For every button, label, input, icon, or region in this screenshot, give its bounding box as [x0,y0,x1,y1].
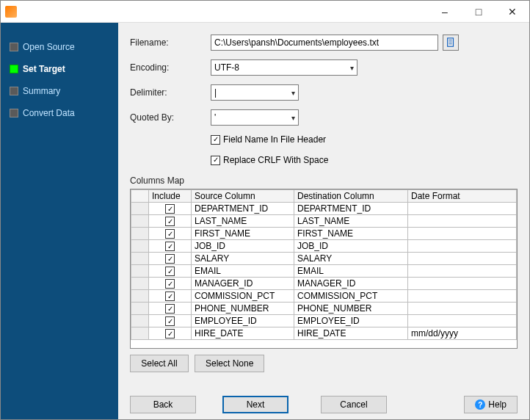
sidebar-item-open-source[interactable]: Open Source [1,36,118,58]
cell-source[interactable]: MANAGER_ID [192,278,294,290]
cell-dest[interactable]: MANAGER_ID [294,278,408,290]
header-date[interactable]: Date Format [408,190,517,203]
row-handle[interactable] [131,290,149,303]
cell-source[interactable]: SALARY [192,253,294,265]
row-handle[interactable] [131,303,149,315]
include-checkbox[interactable] [165,254,175,264]
cell-dest[interactable]: EMPLOYEE_ID [294,315,408,327]
cell-include[interactable] [149,290,192,303]
row-handle[interactable] [131,203,149,215]
table-row[interactable]: JOB_IDJOB_ID [131,240,517,253]
sidebar-item-summary[interactable]: Summary [1,80,118,102]
include-checkbox[interactable] [165,204,175,214]
row-handle[interactable] [131,228,149,240]
table-row[interactable]: MANAGER_IDMANAGER_ID [131,278,517,290]
cell-date[interactable] [408,253,517,265]
replace-crlf-checkbox[interactable] [211,156,220,165]
cell-include[interactable] [149,253,192,265]
table-row[interactable]: LAST_NAMELAST_NAME [131,215,517,228]
help-button[interactable]: ? Help [464,396,518,413]
cell-include[interactable] [149,228,192,240]
delimiter-select[interactable]: | ▾ [211,84,299,101]
header-include[interactable]: Include [149,190,192,203]
cell-date[interactable] [408,240,517,253]
cell-dest[interactable]: DEPARTMENT_ID [294,203,408,215]
cell-source[interactable]: LAST_NAME [192,215,294,228]
table-row[interactable]: EMAILEMAIL [131,265,517,278]
include-checkbox[interactable] [165,217,175,226]
cell-include[interactable] [149,240,192,253]
cell-include[interactable] [149,265,192,278]
cell-source[interactable]: EMAIL [192,265,294,278]
include-checkbox[interactable] [165,242,175,251]
cell-date[interactable]: mm/dd/yyyy [408,327,517,340]
include-checkbox[interactable] [165,304,175,314]
cell-dest[interactable]: HIRE_DATE [294,327,408,340]
cell-dest[interactable]: LAST_NAME [294,215,408,228]
cell-source[interactable]: COMMISSION_PCT [192,290,294,303]
cell-source[interactable]: EMPLOYEE_ID [192,315,294,327]
filename-input[interactable] [211,35,438,51]
cell-include[interactable] [149,327,192,340]
cell-source[interactable]: JOB_ID [192,240,294,253]
cell-date[interactable] [408,215,517,228]
cell-include[interactable] [149,203,192,215]
include-checkbox[interactable] [165,267,175,276]
row-handle[interactable] [131,215,149,228]
row-handle[interactable] [131,253,149,265]
row-handle[interactable] [131,315,149,327]
table-row[interactable]: EMPLOYEE_IDEMPLOYEE_ID [131,315,517,327]
table-row[interactable]: SALARYSALARY [131,253,517,265]
sidebar-item-set-target[interactable]: Set Target [1,58,118,80]
close-button[interactable]: ✕ [495,1,529,23]
cell-date[interactable] [408,290,517,303]
select-all-button[interactable]: Select All [130,355,189,372]
cell-dest[interactable]: SALARY [294,253,408,265]
cell-source[interactable]: HIRE_DATE [192,327,294,340]
row-handle[interactable] [131,278,149,290]
encoding-select[interactable]: UTF-8 ▾ [211,59,357,76]
table-row[interactable]: PHONE_NUMBERPHONE_NUMBER [131,303,517,315]
cell-dest[interactable]: JOB_ID [294,240,408,253]
header-dest[interactable]: Destination Column [294,190,408,203]
minimize-button[interactable]: – [428,1,462,23]
cell-source[interactable]: DEPARTMENT_ID [192,203,294,215]
include-checkbox[interactable] [165,329,175,338]
row-handle[interactable] [131,327,149,340]
table-row[interactable]: DEPARTMENT_IDDEPARTMENT_ID [131,203,517,215]
row-handle[interactable] [131,265,149,278]
cell-dest[interactable]: PHONE_NUMBER [294,303,408,315]
cell-include[interactable] [149,278,192,290]
cell-dest[interactable]: FIRST_NAME [294,228,408,240]
cell-date[interactable] [408,303,517,315]
cell-date[interactable] [408,278,517,290]
field-name-header-checkbox[interactable] [211,135,220,145]
sidebar-item-convert-data[interactable]: Convert Data [1,102,118,124]
maximize-button[interactable]: □ [462,1,495,23]
browse-button[interactable] [443,35,459,51]
table-row[interactable]: COMMISSION_PCTCOMMISSION_PCT [131,290,517,303]
include-checkbox[interactable] [165,292,175,301]
header-source[interactable]: Source Column [192,190,294,203]
include-checkbox[interactable] [165,229,175,239]
select-none-button[interactable]: Select None [195,355,264,372]
cancel-button[interactable]: Cancel [321,396,387,413]
cell-date[interactable] [408,265,517,278]
include-checkbox[interactable] [165,316,175,326]
next-button[interactable]: Next [222,396,288,413]
table-row[interactable]: FIRST_NAMEFIRST_NAME [131,228,517,240]
back-button[interactable]: Back [130,396,196,413]
cell-include[interactable] [149,215,192,228]
quoted-select[interactable]: ' ▾ [211,109,299,126]
cell-include[interactable] [149,303,192,315]
cell-date[interactable] [408,315,517,327]
cell-include[interactable] [149,315,192,327]
include-checkbox[interactable] [165,279,175,289]
cell-dest[interactable]: COMMISSION_PCT [294,290,408,303]
row-handle[interactable] [131,240,149,253]
cell-source[interactable]: PHONE_NUMBER [192,303,294,315]
cell-date[interactable] [408,203,517,215]
cell-date[interactable] [408,228,517,240]
cell-dest[interactable]: EMAIL [294,265,408,278]
cell-source[interactable]: FIRST_NAME [192,228,294,240]
